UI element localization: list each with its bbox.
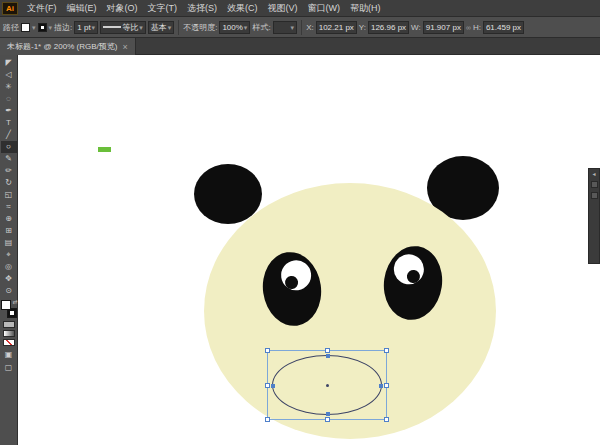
path-anchor-bottom[interactable] (326, 412, 330, 416)
lasso-tool-icon: ◌ (6, 95, 11, 103)
selection-handle-top-right[interactable] (384, 348, 389, 353)
link-dimensions-icon[interactable]: ∞ (466, 24, 471, 31)
stroke-swatch-icon[interactable] (38, 23, 47, 32)
pen-tool[interactable]: ✒ (1, 105, 17, 117)
illustrator-window: Ai 文件(F) 编辑(E) 对象(O) 文字(T) 选择(S) 效果(C) 视… (0, 0, 600, 445)
rotate-tool[interactable]: ↻ (1, 177, 17, 189)
left-eye-highlight-shape[interactable] (279, 258, 313, 292)
paintbrush-tool[interactable]: ✎ (1, 153, 17, 165)
selection-handle-middle-right[interactable] (384, 383, 389, 388)
shape-builder-tool-icon: ⊕ (5, 215, 12, 223)
mesh-tool[interactable]: ⊞ (1, 225, 17, 237)
direct-selection-tool[interactable]: ◁ (1, 69, 17, 81)
brush-definition-select[interactable]: 基本 ▾ (148, 21, 175, 34)
document-title: 未标题-1* @ 200% (RGB/预览) (7, 41, 117, 52)
screen-mode-button[interactable]: ▢ (2, 362, 16, 373)
swap-fill-stroke-icon[interactable]: ⇄ (12, 298, 17, 305)
menu-edit[interactable]: 编辑(E) (62, 0, 102, 17)
chevron-down-icon[interactable]: ▾ (49, 24, 53, 31)
opacity-select[interactable]: 100% ▾ (219, 21, 250, 34)
menu-help[interactable]: 帮助(H) (345, 0, 386, 17)
y-input[interactable]: 126.96 px (368, 21, 409, 34)
selection-bounding-box (267, 350, 387, 420)
gradient-tool[interactable]: ▤ (1, 237, 17, 249)
menu-view[interactable]: 视图(V) (263, 0, 303, 17)
menu-effect[interactable]: 效果(C) (222, 0, 263, 17)
object-type-label: 路径 (3, 22, 19, 33)
type-tool[interactable]: T (1, 117, 17, 129)
blend-tool[interactable]: ◎ (1, 261, 17, 273)
y-value: 126.96 px (371, 23, 406, 32)
width-profile-value: 等比 (122, 22, 138, 33)
close-icon[interactable]: × (122, 42, 127, 52)
selection-handle-top-left[interactable] (265, 348, 270, 353)
document-tab[interactable]: 未标题-1* @ 200% (RGB/预览) × (0, 38, 136, 55)
menu-object[interactable]: 对象(O) (102, 0, 143, 17)
path-anchor-right[interactable] (379, 384, 383, 388)
width-value: 91.907 px (426, 23, 461, 32)
fill-stroke-indicator[interactable]: ⇄ (1, 300, 17, 318)
hand-tool-icon: ✥ (5, 275, 12, 283)
left-eye-pupil-shape[interactable] (284, 275, 299, 290)
ellipse-tool[interactable]: ○ (1, 141, 17, 153)
pencil-tool[interactable]: ✏ (1, 165, 17, 177)
selection-tool[interactable]: ◤ (1, 57, 17, 69)
style-label: 样式: (252, 22, 270, 33)
gradient-button[interactable] (3, 330, 15, 337)
menu-file[interactable]: 文件(F) (22, 0, 62, 17)
selection-handle-bottom-center[interactable] (325, 417, 330, 422)
x-input[interactable]: 102.21 px (316, 21, 357, 34)
green-rectangle-object[interactable] (98, 147, 111, 152)
width-profile-select[interactable]: 等比 ▾ (100, 21, 146, 34)
path-anchor-top[interactable] (326, 354, 330, 358)
none-button[interactable] (3, 339, 15, 346)
y-label: Y: (359, 23, 366, 32)
drawing-mode-button[interactable]: ▣ (2, 349, 16, 360)
line-tool-icon: ╱ (6, 131, 11, 139)
line-tool[interactable]: ╱ (1, 129, 17, 141)
style-select[interactable]: ▾ (273, 21, 298, 34)
path-anchor-left[interactable] (271, 384, 275, 388)
magic-wand-tool[interactable]: ✳ (1, 81, 17, 93)
zoom-tool-icon: ⊙ (5, 287, 12, 295)
separator (301, 20, 302, 35)
type-tool-icon: T (6, 119, 11, 127)
eyedropper-tool[interactable]: ⌖ (1, 249, 17, 261)
menu-select[interactable]: 选择(S) (182, 0, 222, 17)
chevron-down-icon[interactable]: ▾ (32, 24, 36, 31)
chevron-down-icon: ▾ (92, 24, 96, 31)
direct-selection-tool-icon: ◁ (5, 71, 11, 79)
zoom-tool[interactable]: ⊙ (1, 285, 17, 297)
expand-panels-icon[interactable]: ◂ (592, 171, 595, 177)
color-button[interactable] (3, 321, 15, 328)
right-eye-pupil-shape[interactable] (406, 269, 421, 284)
opacity-value: 100% (222, 23, 242, 32)
selection-handle-middle-left[interactable] (265, 383, 270, 388)
selection-handle-top-center[interactable] (325, 348, 330, 353)
menu-window[interactable]: 窗口(W) (303, 0, 346, 17)
height-input[interactable]: 61.459 px (483, 21, 524, 34)
panel-thumbnail-icon[interactable] (591, 192, 598, 199)
right-eye-highlight-shape[interactable] (392, 252, 426, 286)
selection-handle-bottom-left[interactable] (265, 417, 270, 422)
app-logo: Ai (2, 2, 18, 15)
width-input[interactable]: 91.907 px (423, 21, 464, 34)
menu-type[interactable]: 文字(T) (143, 0, 183, 17)
scale-tool[interactable]: ◱ (1, 189, 17, 201)
shape-builder-tool[interactable]: ⊕ (1, 213, 17, 225)
collapsed-panel-dock[interactable]: ◂ (588, 168, 600, 264)
fill-swatch-icon[interactable] (21, 23, 30, 32)
selection-handle-bottom-right[interactable] (384, 417, 389, 422)
hand-tool[interactable]: ✥ (1, 273, 17, 285)
panel-thumbnail-icon[interactable] (591, 181, 598, 188)
path-center-point[interactable] (326, 384, 329, 387)
drawing-mode-icon: ▣ (5, 350, 13, 359)
gradient-tool-icon: ▤ (5, 239, 13, 247)
artboard-canvas[interactable]: ◂ (18, 55, 600, 445)
lasso-tool[interactable]: ◌ (1, 93, 17, 105)
stroke-weight-select[interactable]: 1 pt ▾ (74, 21, 98, 34)
chevron-down-icon: ▾ (291, 24, 295, 31)
chevron-down-icon: ▾ (168, 24, 172, 31)
fill-color-swatch[interactable] (1, 300, 11, 310)
width-tool[interactable]: ≈ (1, 201, 17, 213)
